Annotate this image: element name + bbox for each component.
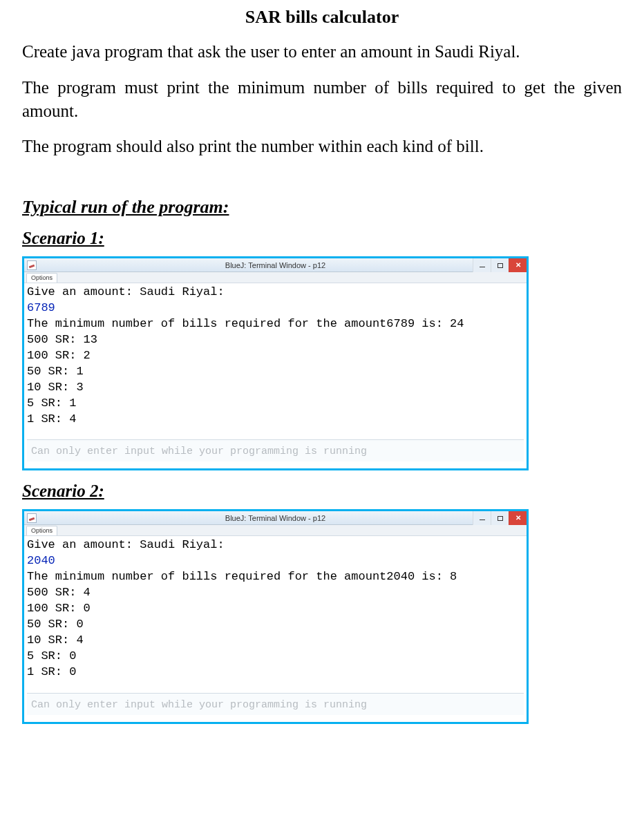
minimize-button[interactable]	[473, 258, 491, 272]
terminal-line: 1 SR: 4	[27, 412, 524, 428]
app-icon	[27, 513, 37, 523]
window-titlebar: BlueJ: Terminal Window - p12 ✕	[24, 511, 527, 525]
terminal-line: 100 SR: 2	[27, 348, 524, 364]
terminal-line: 100 SR: 0	[27, 601, 524, 617]
window-menubar: Options	[24, 272, 527, 283]
terminal-line: Give an amount: Saudi Riyal:	[27, 537, 524, 553]
intro-paragraph-2: The program must print the minimum numbe…	[22, 76, 622, 123]
terminal-line: 5 SR: 0	[27, 649, 524, 665]
app-icon	[27, 260, 37, 270]
options-menu[interactable]: Options	[26, 526, 57, 535]
maximize-button[interactable]	[491, 258, 509, 272]
window-title: BlueJ: Terminal Window - p12	[24, 261, 527, 269]
terminal-line: 10 SR: 3	[27, 380, 524, 396]
terminal-line: The minimum number of bills required for…	[27, 316, 524, 332]
terminal-window-2: BlueJ: Terminal Window - p12 ✕ Options G…	[22, 509, 529, 723]
terminal-status: Can only enter input while your programm…	[27, 439, 524, 461]
intro-paragraph-1: Create java program that ask the user to…	[22, 40, 622, 64]
terminal-line: 50 SR: 0	[27, 617, 524, 633]
window-controls: ✕	[473, 511, 527, 524]
window-controls: ✕	[473, 258, 527, 271]
close-button[interactable]: ✕	[509, 511, 527, 525]
terminal-line: 1 SR: 0	[27, 665, 524, 680]
terminal-line: Give an amount: Saudi Riyal:	[27, 285, 524, 301]
intro-paragraph-3: The program should also print the number…	[22, 135, 622, 158]
terminal-body: Give an amount: Saudi Riyal: 6789 The mi…	[24, 283, 527, 468]
terminal-body: Give an amount: Saudi Riyal: 2040 The mi…	[24, 536, 527, 721]
terminal-window-1: BlueJ: Terminal Window - p12 ✕ Options G…	[22, 256, 529, 470]
close-button[interactable]: ✕	[509, 258, 527, 272]
terminal-line: 500 SR: 4	[27, 585, 524, 601]
terminal-line: 2040	[27, 553, 524, 569]
terminal-line: 10 SR: 4	[27, 633, 524, 649]
minimize-button[interactable]	[473, 511, 491, 525]
window-title: BlueJ: Terminal Window - p12	[24, 514, 527, 522]
maximize-button[interactable]	[491, 511, 509, 525]
terminal-line: 6789	[27, 301, 524, 316]
scenario-2-heading: Scenario 2:	[22, 482, 622, 501]
terminal-line: 50 SR: 1	[27, 364, 524, 380]
options-menu[interactable]: Options	[26, 273, 57, 283]
terminal-status: Can only enter input while your programm…	[27, 693, 524, 715]
window-menubar: Options	[24, 525, 527, 536]
window-titlebar: BlueJ: Terminal Window - p12 ✕	[24, 258, 527, 272]
terminal-line: 5 SR: 1	[27, 396, 524, 412]
terminal-line: The minimum number of bills required for…	[27, 569, 524, 585]
terminal-line: 500 SR: 13	[27, 332, 524, 348]
page-title: SAR bills calculator	[22, 7, 622, 28]
scenario-1-heading: Scenario 1:	[22, 229, 622, 248]
typical-run-heading: Typical run of the program:	[22, 197, 622, 218]
